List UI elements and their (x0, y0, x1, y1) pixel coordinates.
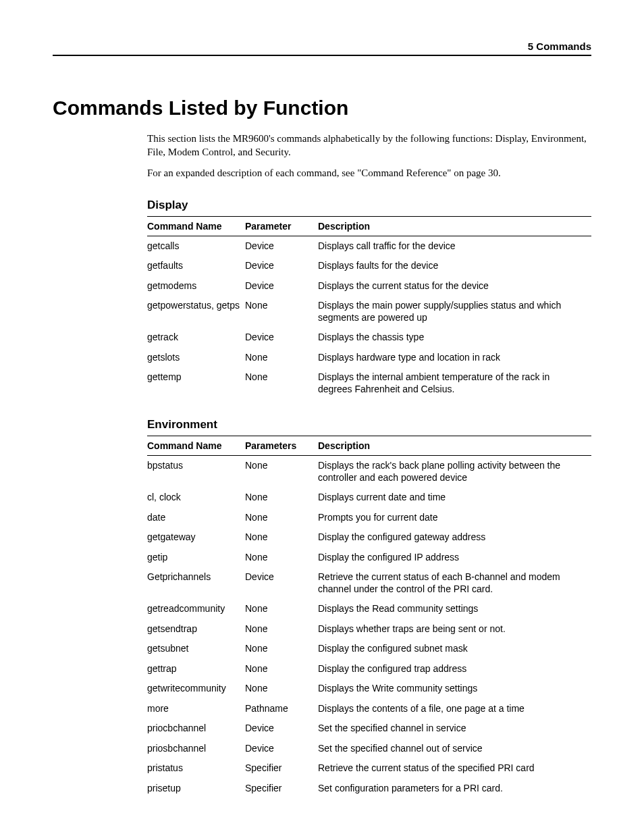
cell-command-name: gettemp (147, 367, 245, 399)
chapter-label: 5 Commands (53, 41, 591, 55)
cell-parameter: Device (245, 256, 318, 276)
cell-description: Display the configured IP address (318, 548, 591, 568)
cell-parameter: None (245, 679, 318, 699)
cell-description: Displays whether traps are being sent or… (318, 619, 591, 640)
th-description: Description (318, 436, 591, 456)
page-header: 5 Commands (53, 41, 591, 56)
cell-description: Displays the rack's back plane polling a… (318, 456, 591, 488)
cell-description: Displays faults for the device (318, 256, 591, 276)
cell-description: Display the configured gateway address (318, 527, 591, 548)
intro-text: This section lists the MR9600's commands… (147, 132, 591, 180)
cell-parameter: None (245, 599, 318, 619)
cell-command-name: getsubnet (147, 639, 245, 659)
table-row: getslotsNoneDisplays hardware type and l… (147, 348, 591, 368)
cell-description: Displays the current status for the devi… (318, 276, 591, 296)
display-table: Command Name Parameter Description getca… (147, 216, 591, 400)
cell-parameter: Device (245, 328, 318, 348)
cell-parameter: None (245, 548, 318, 568)
table-row: getcallsDeviceDisplays call traffic for … (147, 236, 591, 256)
table-row: prisetupSpecifierSet configuration param… (147, 779, 591, 799)
table-row: bpstatusNoneDisplays the rack's back pla… (147, 456, 591, 488)
table-row: getwritecommunityNoneDisplays the Write … (147, 679, 591, 699)
table-row: pristatusSpecifierRetrieve the current s… (147, 758, 591, 779)
cell-description: Retrieve the current status of the speci… (318, 758, 591, 779)
subsection-environment: Environment (147, 418, 591, 432)
cell-command-name: priocbchannel (147, 719, 245, 739)
cell-parameter: None (245, 619, 318, 640)
cell-command-name: gettrap (147, 659, 245, 679)
cell-description: Set configuration parameters for a PRI c… (318, 779, 591, 799)
cell-command-name: getpowerstatus, getps (147, 296, 245, 328)
cell-description: Displays call traffic for the device (318, 236, 591, 256)
cell-description: Displays hardware type and location in r… (318, 348, 591, 368)
table-row: getipNoneDisplay the configured IP addre… (147, 548, 591, 568)
environment-table: Command Name Parameters Description bpst… (147, 436, 591, 798)
table-row: getreadcommunityNoneDisplays the Read co… (147, 599, 591, 619)
cell-command-name: priosbchannel (147, 739, 245, 759)
th-command-name: Command Name (147, 216, 245, 236)
cell-description: Displays the Read community settings (318, 599, 591, 619)
th-parameter: Parameter (245, 216, 318, 236)
cell-parameter: None (245, 659, 318, 679)
cell-description: Set the specified channel in service (318, 719, 591, 739)
cell-description: Displays the contents of a file, one pag… (318, 699, 591, 719)
cell-command-name: date (147, 508, 245, 528)
header-rule (53, 55, 591, 56)
cell-description: Prompts you for current date (318, 508, 591, 528)
cell-parameter: Device (245, 236, 318, 256)
cell-description: Displays the Write community settings (318, 679, 591, 699)
cell-parameter: None (245, 348, 318, 368)
cell-command-name: getgateway (147, 527, 245, 548)
cell-parameter: None (245, 508, 318, 528)
page: 5 Commands Commands Listed by Function T… (0, 0, 644, 834)
table-row: cl, clockNoneDisplays current date and t… (147, 488, 591, 508)
table-header-row: Command Name Parameters Description (147, 436, 591, 456)
cell-description: Retrieve the current status of each B-ch… (318, 567, 591, 599)
cell-description: Displays the internal ambient temperatur… (318, 367, 591, 399)
cell-command-name: prisetup (147, 779, 245, 799)
table-row: GetprichannelsDeviceRetrieve the current… (147, 567, 591, 599)
cell-command-name: getip (147, 548, 245, 568)
table-row: gettrapNoneDisplay the configured trap a… (147, 659, 591, 679)
cell-parameter: None (245, 639, 318, 659)
table-row: dateNonePrompts you for current date (147, 508, 591, 528)
cell-description: Display the configured trap address (318, 659, 591, 679)
table-row: getsubnetNoneDisplay the configured subn… (147, 639, 591, 659)
cell-command-name: getslots (147, 348, 245, 368)
subsection-display: Display (147, 199, 591, 212)
display-table-body: getcallsDeviceDisplays call traffic for … (147, 236, 591, 399)
cell-parameter: Device (245, 567, 318, 599)
section-title: Commands Listed by Function (53, 97, 591, 120)
cell-parameter: Device (245, 739, 318, 759)
cell-command-name: getwritecommunity (147, 679, 245, 699)
table-row: getpowerstatus, getpsNoneDisplays the ma… (147, 296, 591, 328)
table-header-row: Command Name Parameter Description (147, 216, 591, 236)
cell-description: Displays the chassis type (318, 328, 591, 348)
cell-command-name: getreadcommunity (147, 599, 245, 619)
table-row: gettempNoneDisplays the internal ambient… (147, 367, 591, 399)
cell-command-name: getcalls (147, 236, 245, 256)
cell-parameter: None (245, 488, 318, 508)
cell-description: Set the specified channel out of service (318, 739, 591, 759)
cell-command-name: getrack (147, 328, 245, 348)
cell-parameter: Specifier (245, 758, 318, 779)
table-row: priocbchannelDeviceSet the specified cha… (147, 719, 591, 739)
intro-paragraph-1: This section lists the MR9600's commands… (147, 132, 591, 159)
cell-command-name: cl, clock (147, 488, 245, 508)
table-row: getgatewayNoneDisplay the configured gat… (147, 527, 591, 548)
cell-parameter: Device (245, 276, 318, 296)
cell-command-name: getfaults (147, 256, 245, 276)
table-row: getfaultsDeviceDisplays faults for the d… (147, 256, 591, 276)
cell-command-name: more (147, 699, 245, 719)
cell-description: Displays current date and time (318, 488, 591, 508)
cell-command-name: Getprichannels (147, 567, 245, 599)
cell-parameter: None (245, 367, 318, 399)
table-row: getmodemsDeviceDisplays the current stat… (147, 276, 591, 296)
cell-parameter: Specifier (245, 779, 318, 799)
cell-parameter: None (245, 456, 318, 488)
cell-parameter: Device (245, 719, 318, 739)
table-row: getrackDeviceDisplays the chassis type (147, 328, 591, 348)
cell-command-name: pristatus (147, 758, 245, 779)
th-command-name: Command Name (147, 436, 245, 456)
cell-command-name: bpstatus (147, 456, 245, 488)
